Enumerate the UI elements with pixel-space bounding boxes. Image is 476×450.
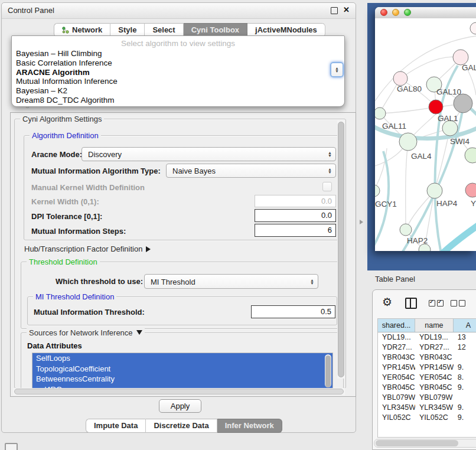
attribute-list-item[interactable]: TopologicalCoefficient bbox=[32, 364, 332, 374]
table-row[interactable]: YDR27...YDR27...12 bbox=[378, 343, 476, 353]
window-title: Control Panel bbox=[8, 6, 54, 15]
close-traffic-light-icon[interactable] bbox=[380, 9, 387, 16]
algorithm-dropdown-popup: Select algorithm to view settings Bayesi… bbox=[11, 35, 345, 107]
dropdown-item[interactable]: Mutual Information Inference bbox=[12, 77, 344, 86]
dropdown-item[interactable]: Basic Correlation Inference bbox=[12, 58, 344, 68]
aracne-mode-select[interactable]: Discovery ▲▼ bbox=[81, 147, 336, 161]
column-header-1[interactable]: shared... bbox=[378, 319, 415, 332]
mi-threshold-input[interactable]: 0.5 bbox=[251, 305, 335, 318]
node-gal11[interactable] bbox=[375, 107, 386, 119]
node-hap4[interactable] bbox=[427, 183, 442, 198]
minimize-traffic-light-icon[interactable] bbox=[392, 9, 399, 16]
table-row[interactable]: YBR045CYBR045C9. bbox=[378, 383, 476, 393]
table-row[interactable]: YDL19...YDL19...13 bbox=[378, 332, 476, 343]
manual-kernel-checkbox[interactable] bbox=[322, 182, 332, 191]
node-gray[interactable] bbox=[454, 94, 472, 113]
table-horizontal-scrollbar[interactable] bbox=[374, 439, 476, 448]
kernel-width-input[interactable]: 0.0 bbox=[255, 195, 336, 207]
hub-definition-expander[interactable]: Hub/Transcription Factor Definition bbox=[24, 244, 151, 253]
column-header-2[interactable]: name bbox=[415, 319, 454, 332]
table-cell: YBR043C bbox=[378, 353, 415, 363]
table-cell: 12 bbox=[454, 343, 476, 353]
attribute-list-item[interactable]: BetweennessCentrality bbox=[32, 374, 332, 384]
cyni-algorithm-settings-group: Cyni Algorithm Settings Algorithm Defini… bbox=[14, 119, 346, 389]
table-row[interactable]: YBL079WYBL079W bbox=[378, 393, 476, 403]
expander-arrow-icon bbox=[146, 246, 151, 252]
node-swi4-label: SWI4 bbox=[450, 137, 470, 146]
node-gal4[interactable] bbox=[399, 133, 417, 151]
table-row[interactable]: YPR145WYPR145W9. bbox=[378, 363, 476, 373]
data-attributes-list[interactable]: SelfLoopsTopologicalCoefficientBetweenne… bbox=[32, 353, 333, 389]
table-cell: YER054C bbox=[415, 373, 454, 383]
deselect-all-checks-icon[interactable] bbox=[451, 300, 465, 306]
table-cell bbox=[454, 353, 476, 363]
table-cell: YER054C bbox=[378, 373, 415, 383]
table-cell: YBR043C bbox=[415, 353, 454, 363]
attribute-list-item[interactable]: SelfLoops bbox=[32, 353, 332, 364]
mi-steps-input[interactable]: 6 bbox=[255, 224, 336, 237]
zoom-traffic-light-icon[interactable] bbox=[404, 9, 411, 16]
tab-label: Cyni Toolbox bbox=[191, 24, 239, 37]
dropdown-item[interactable]: Bayesian – Hill Climbing bbox=[12, 49, 344, 58]
dropdown-item[interactable]: Dream8 DC_TDC Algorithm bbox=[12, 96, 344, 105]
close-window-icon[interactable]: ✕ bbox=[343, 5, 350, 14]
table-header-row: shared...nameA bbox=[378, 319, 476, 332]
node-swi4[interactable] bbox=[465, 148, 476, 163]
apply-button[interactable]: Apply bbox=[159, 399, 201, 413]
table-row[interactable]: YBR043CYBR043C bbox=[378, 353, 476, 363]
sources-group-title[interactable]: Sources for Network Inference bbox=[27, 328, 145, 337]
node-gal80[interactable] bbox=[393, 71, 407, 86]
network-window-titlebar bbox=[375, 7, 476, 19]
control-panel-titlebar: Control Panel ✕ bbox=[2, 3, 356, 19]
screen: Control Panel ✕ NetworkStyleSelectCyni T… bbox=[0, 0, 476, 450]
dropdown-item[interactable]: ARACNE Algorithm bbox=[12, 68, 344, 77]
network-node-labels: GALGAL80GAL10GAL1GAL11GAL4SWI4GCY1HAP4YH… bbox=[375, 63, 476, 245]
node-red[interactable] bbox=[429, 100, 443, 114]
tab-infer-network[interactable]: Infer Network bbox=[217, 419, 282, 433]
algorithm-definition-title: Algorithm Definition bbox=[30, 131, 101, 140]
table-cell: YDL19... bbox=[378, 332, 415, 343]
node-gcy1[interactable] bbox=[375, 185, 380, 197]
table-row[interactable]: YLR345WYLR345W9. bbox=[378, 403, 476, 413]
mi-threshold-group-title: MI Threshold Definition bbox=[33, 292, 116, 301]
columns-icon[interactable] bbox=[405, 298, 417, 309]
node-hap4-label: HAP4 bbox=[436, 199, 458, 208]
node-gal4-label: GAL4 bbox=[411, 152, 432, 161]
gear-icon[interactable]: ⚙ bbox=[382, 295, 392, 309]
float-window-icon[interactable] bbox=[331, 7, 338, 14]
dropdown-placeholder: Select algorithm to view settings bbox=[12, 36, 344, 49]
table-row[interactable]: YER054CYER054C8. bbox=[378, 373, 476, 383]
list-vertical-scrollbar[interactable] bbox=[325, 354, 331, 387]
node-hap2[interactable] bbox=[400, 224, 412, 236]
minimized-panel-icon[interactable] bbox=[5, 443, 18, 450]
settings-horizontal-scrollbar[interactable] bbox=[13, 388, 345, 395]
tab-discretize-data[interactable]: Discretize Data bbox=[146, 419, 217, 433]
select-all-checks-icon[interactable] bbox=[429, 300, 444, 306]
data-attributes-label: Data Attributes bbox=[27, 341, 82, 350]
dpi-tolerance-label: DPI Tolerance [0,1]: bbox=[31, 212, 102, 221]
which-threshold-select[interactable]: MI Threshold ▲▼ bbox=[144, 274, 318, 289]
mi-type-select[interactable]: Naive Bayes ▲▼ bbox=[166, 164, 336, 178]
node-gal80-label: GAL80 bbox=[397, 84, 422, 93]
table-cell: YDR27... bbox=[378, 343, 415, 353]
table-cell: YDL19... bbox=[415, 332, 454, 343]
table-row[interactable]: YIL052CYIL052C9. bbox=[378, 413, 476, 423]
dpi-tolerance-input[interactable]: 0.0 bbox=[255, 209, 336, 222]
tab-impute-data[interactable]: Impute Data bbox=[86, 419, 146, 433]
column-header-3[interactable]: A bbox=[454, 319, 476, 332]
network-canvas[interactable]: GALGAL80GAL10GAL1GAL11GAL4SWI4GCY1HAP4YH… bbox=[375, 18, 476, 251]
node-top-partial[interactable] bbox=[470, 22, 476, 34]
node-y[interactable] bbox=[465, 183, 476, 197]
algorithm-combo-spinner[interactable]: ▲▼ bbox=[330, 62, 344, 77]
attribute-table[interactable]: shared...nameA YDL19...YDL19...13YDR27..… bbox=[377, 318, 476, 438]
tab-label: Style bbox=[118, 24, 136, 37]
tab-label: jActiveMNodules bbox=[255, 24, 317, 37]
dropdown-item[interactable]: Bayesian – K2 bbox=[12, 86, 344, 96]
panel-splitter-handle[interactable] bbox=[360, 220, 363, 224]
node-gal-right-label: GAL bbox=[462, 63, 476, 72]
algorithm-definition-group: Algorithm Definition Aracne Mode: Discov… bbox=[24, 135, 340, 240]
combo-spinner-icon: ▲▼ bbox=[310, 279, 314, 285]
settings-vertical-scrollbar[interactable] bbox=[337, 120, 345, 379]
network-window: GALGAL80GAL10GAL1GAL11GAL4SWI4GCY1HAP4YH… bbox=[375, 7, 476, 251]
node-gal11-label: GAL11 bbox=[382, 122, 406, 131]
